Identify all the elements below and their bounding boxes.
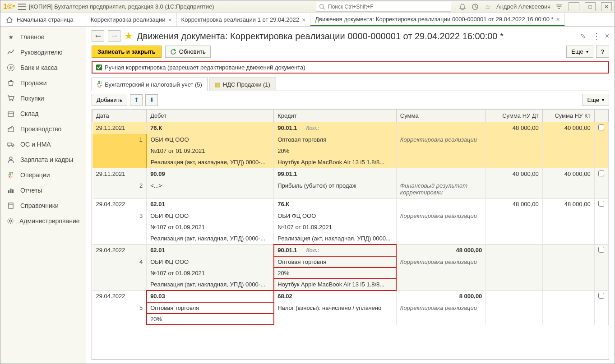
cell-debit-acc: 90.03 [147,290,274,303]
close-icon[interactable]: × [556,16,560,23]
sidebar-item-7[interactable]: ОС и НМА [0,137,86,152]
sidebar-icon [7,217,14,225]
move-up-button[interactable]: ⬆ [130,94,143,106]
tab-vat-sales[interactable]: ▥ НДС Продажи (1) [209,78,276,91]
tab-correction-1[interactable]: Корректировка реализации 1 от 29.04.2022… [177,13,311,26]
sidebar-item-2[interactable]: ₽Банк и касса [0,60,86,75]
sidebar-label: Продажи [20,79,46,87]
move-down-button[interactable]: ⬇ [145,94,158,106]
col-nukt[interactable]: Сумма НУ Кт [542,110,594,122]
cell-credit-l2: 20% [274,145,397,157]
more-button[interactable]: Еще ▾ [566,46,593,58]
nav-back-button[interactable]: 🠔 [92,30,104,42]
col-credit[interactable]: Кредит [274,110,397,122]
manual-correction-checkbox-row: Ручная корректировка (разрешает редактир… [92,61,609,74]
svg-point-13 [9,157,12,160]
sidebar-item-1[interactable]: Руководителю [0,45,86,60]
maximize-button[interactable]: □ [585,2,596,11]
col-nudt[interactable]: Сумма НУ Дт [486,110,542,122]
svg-rect-8 [8,112,14,116]
cell-credit-l1: Оптовая торговля [274,134,397,145]
cell-check[interactable] [594,122,608,134]
save-close-button[interactable]: Записать и закрыть [92,46,162,58]
cell-desc: Корректировка реализации [396,302,486,313]
cell-nukt: 40 000,00 [542,122,594,134]
bell-icon[interactable] [458,3,467,11]
home-tab[interactable]: Начальная страница [0,13,86,26]
dtkt-icon: ДтКт [97,81,102,88]
close-button[interactable]: ✕ [601,2,612,11]
tab-movements[interactable]: Движения документа: Корректировка реализ… [310,13,565,26]
cell-check[interactable] [594,290,608,303]
svg-rect-16 [12,189,14,193]
sidebar-icon: ₽ [7,64,15,72]
cell-credit-acc: 90.01.1Кол.: [274,122,397,134]
table-more-button[interactable]: Еще ▾ [583,94,609,106]
sidebar-icon [7,140,15,148]
col-date[interactable]: Дата [92,110,147,122]
sidebar-item-10[interactable]: Отчеты [0,183,86,198]
table-row[interactable]: 29.04.202290.0368.028 000,00 [92,290,609,303]
sidebar-label: Отчеты [20,187,42,194]
sidebar-item-0[interactable]: ★Главное [0,29,86,45]
cell-debit-acc: 76.К [147,122,274,134]
svg-point-19 [9,220,12,222]
cell-sum [396,168,486,180]
row-checkbox[interactable] [598,170,604,176]
logo-1c-icon: 1©● [3,3,15,11]
cell-nukt: 48 000,00 [542,198,594,211]
link-icon[interactable] [579,32,587,40]
col-debit[interactable]: Дебет [147,110,274,122]
global-search[interactable] [316,2,451,12]
sidebar-item-8[interactable]: Зарплата и кадры [0,152,86,167]
user-name[interactable]: Андрей Алексеевич [496,3,550,10]
row-checkbox[interactable] [598,293,604,299]
sidebar-item-5[interactable]: Склад [0,106,86,121]
table-row[interactable]: 29.04.202262.0190.01.1Кол.:48 000,00 [92,244,609,257]
sidebar-item-12[interactable]: Администрирование [0,213,86,229]
svg-point-7 [12,100,13,101]
sidebar-item-3[interactable]: Продажи [0,75,86,91]
tab-correction[interactable]: Корректировка реализации × [86,13,177,26]
cell-check[interactable] [594,168,608,180]
cell-debit-l3: Реализация (акт, накладная, УПД) 0000-..… [147,279,274,290]
search-input[interactable] [328,4,448,10]
svg-point-12 [12,146,14,147]
add-button[interactable]: Добавить [92,94,127,106]
sidebar-item-6[interactable]: Производство [0,121,86,137]
star-icon[interactable]: ☆ [484,3,492,11]
nav-forward-button[interactable]: 🠖 [108,30,120,42]
minimize-button[interactable]: — [569,2,579,11]
window-close-icon[interactable]: × [605,32,609,40]
sidebar-item-9[interactable]: ДтКтОперации [0,167,86,183]
postings-table[interactable]: Дата Дебет Кредит Сумма Сумма НУ Дт Сумм… [92,109,609,360]
sidebar-item-4[interactable]: Покупки [0,91,86,106]
cell-sum: 48 000,00 [396,244,486,257]
cell-check[interactable] [594,198,608,211]
svg-point-0 [320,4,324,8]
sidebar-item-11[interactable]: Справочники [0,198,86,213]
close-icon[interactable]: × [302,16,305,23]
col-sum[interactable]: Сумма [396,110,486,122]
tab-accounting[interactable]: ДтКт Бухгалтерский и налоговый учет (5) [92,78,208,91]
favorite-icon[interactable]: ★ [124,30,133,42]
cell-check[interactable] [594,244,608,257]
cell-rownum: 3 [92,210,147,221]
row-checkbox[interactable] [598,201,604,207]
help-button[interactable]: ? [596,46,609,58]
refresh-button[interactable]: Обновить [165,46,211,58]
book-icon: ▥ [215,81,220,88]
manual-correction-checkbox[interactable] [96,65,102,70]
menu-icon[interactable] [18,4,26,10]
history-icon[interactable] [471,3,479,11]
row-checkbox[interactable] [598,247,604,253]
table-row[interactable]: 29.11.202176.К90.01.1Кол.:48 000,0040 00… [92,122,609,134]
table-row[interactable]: 29.11.202190.0999.01.140 000,0040 000,00 [92,168,609,180]
table-row[interactable]: 29.04.202262.0176.К48 000,0048 000,00 [92,198,609,211]
row-checkbox[interactable] [598,124,604,130]
cell-debit-l1: ОБИ ФЦ ООО [147,210,274,221]
sidebar-label: Склад [20,110,39,117]
more-menu-icon[interactable]: ⋮ [592,31,600,41]
close-icon[interactable]: × [168,16,171,23]
settings-icon[interactable] [555,3,563,11]
